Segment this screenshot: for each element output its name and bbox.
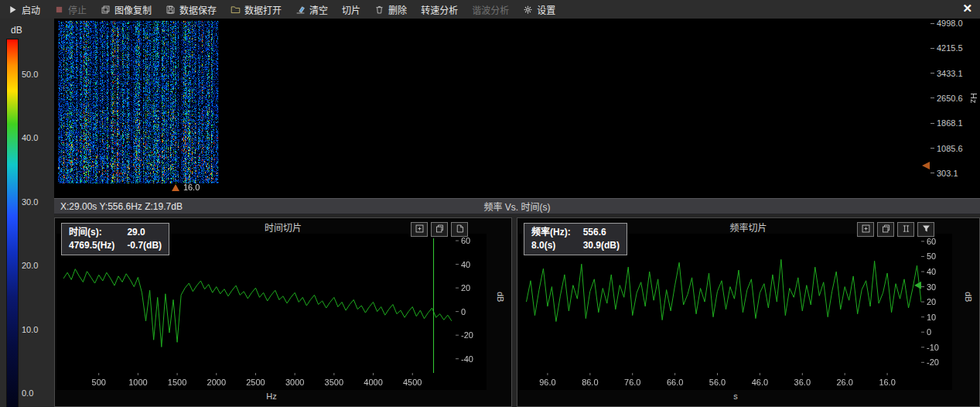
time-slice-toolbar bbox=[411, 222, 468, 237]
toolbar: 启动停止图像复制数据保存数据打开清空切片删除转速分析谐波分析设置 ✕ bbox=[0, 0, 980, 19]
toolbar-label: 图像复制 bbox=[114, 3, 152, 16]
colorbar-ticks: 50.040.030.020.010.00.0 bbox=[22, 70, 38, 398]
funnel-icon bbox=[921, 223, 931, 237]
freq-slice-tooltip-db: 30.9(dB) bbox=[583, 239, 620, 252]
frequency-axis-tick: 303.1 bbox=[930, 169, 963, 178]
colorbar-unit-label: dB bbox=[11, 25, 22, 36]
frequency-axis-tick: 1085.6 bbox=[930, 144, 963, 153]
page-button[interactable] bbox=[451, 222, 468, 237]
harmonic-analysis-button: 谐波分析 bbox=[472, 3, 509, 16]
colorbar-gradient bbox=[6, 39, 19, 407]
clear-icon bbox=[295, 5, 306, 15]
time-slice-tooltip: 时间(s): 29.0 4769.5(Hz) -0.7(dB) bbox=[61, 223, 169, 255]
toolbar-label: 谐波分析 bbox=[472, 3, 509, 16]
time-slice-tooltip-db: -0.7(dB) bbox=[127, 239, 162, 252]
toolbar-items: 启动停止图像复制数据保存数据打开清空切片删除转速分析谐波分析设置 bbox=[0, 0, 563, 19]
slice-button[interactable]: 切片 bbox=[342, 3, 360, 16]
time-slice-tooltip-value: 29.0 bbox=[127, 226, 162, 239]
stop-icon bbox=[54, 5, 64, 15]
frequency-axis-tick: 4215.5 bbox=[930, 43, 963, 53]
freq-slice-tooltip-value: 556.6 bbox=[583, 226, 620, 239]
freq-slice-tooltip-label: 频率(Hz): bbox=[531, 226, 571, 239]
speed-analysis-button[interactable]: 转速分析 bbox=[421, 3, 458, 16]
copy-doc-button[interactable] bbox=[877, 222, 894, 237]
freq-slice-tooltip: 频率(Hz): 556.6 8.0(s) 30.9(dB) bbox=[524, 223, 627, 255]
toolbar-label: 数据打开 bbox=[244, 3, 282, 16]
time-slice-panel: 时间切片 时间(s): 29.0 4769.5(Hz) -0.7(dB) Hz … bbox=[54, 217, 512, 407]
clear-button[interactable]: 清空 bbox=[295, 3, 328, 16]
colorbar-panel: dB 50.040.030.020.010.00.0 bbox=[0, 19, 54, 407]
time-slice-tooltip-label: 时间(s): bbox=[69, 226, 114, 239]
toolbar-label: 设置 bbox=[537, 3, 555, 16]
funnel-button[interactable] bbox=[917, 222, 934, 237]
delete-button[interactable]: 删除 bbox=[374, 3, 407, 16]
cursor-readout: X:29.00s Y:556.6Hz Z:19.7dB bbox=[60, 201, 183, 212]
spectrogram-canvas[interactable] bbox=[58, 21, 928, 183]
time-slice-tooltip-freq: 4769.5(Hz) bbox=[69, 239, 114, 252]
status-bar: X:29.00s Y:556.6Hz Z:19.7dB 频率 Vs. 时间(s) bbox=[54, 198, 980, 214]
colorbar-tick: 20.0 bbox=[22, 261, 38, 270]
add-view-button[interactable] bbox=[857, 222, 874, 237]
frequency-axis-tick: 1868.1 bbox=[930, 118, 963, 128]
toolbar-label: 删除 bbox=[388, 3, 407, 16]
freq-slice-chart[interactable] bbox=[519, 234, 952, 390]
copy-doc-button[interactable] bbox=[431, 222, 448, 237]
colorbar-tick: 50.0 bbox=[22, 70, 38, 79]
time-marker-label: 16.0 bbox=[183, 183, 200, 192]
start-button[interactable]: 启动 bbox=[8, 3, 40, 16]
frequency-axis-tick: 3433.1 bbox=[930, 69, 963, 78]
freq-slice-toolbar bbox=[857, 222, 934, 237]
settings-button[interactable]: 设置 bbox=[523, 3, 555, 16]
freq-slice-ylabel: dB bbox=[964, 292, 973, 302]
image-copy-icon bbox=[101, 5, 111, 15]
close-button[interactable]: ✕ bbox=[962, 2, 972, 15]
data-open-button[interactable]: 数据打开 bbox=[230, 3, 282, 16]
toolbar-label: 切片 bbox=[342, 3, 360, 16]
toolbar-label: 数据保存 bbox=[179, 3, 217, 16]
copy-doc-icon bbox=[435, 223, 445, 237]
stop-button: 停止 bbox=[54, 3, 87, 16]
copy-doc-icon bbox=[881, 223, 891, 237]
gear-icon bbox=[523, 5, 533, 15]
spectrogram-caption: 频率 Vs. 时间(s) bbox=[54, 200, 980, 213]
cursors-icon bbox=[901, 223, 911, 237]
time-marker-arrow[interactable] bbox=[172, 184, 179, 191]
time-slice-ylabel: dB bbox=[496, 292, 505, 302]
frequency-axis: 4998.04215.53433.12650.61868.11085.6303.… bbox=[930, 19, 963, 178]
toolbar-label: 转速分析 bbox=[421, 3, 458, 16]
open-folder-icon bbox=[230, 5, 241, 15]
frequency-axis-unit: Hz bbox=[969, 93, 978, 103]
colorbar-tick: 40.0 bbox=[22, 133, 38, 142]
image-copy-button[interactable]: 图像复制 bbox=[101, 3, 152, 16]
frequency-marker-arrow[interactable] bbox=[922, 162, 930, 169]
freq-slice-tooltip-time: 8.0(s) bbox=[531, 239, 571, 252]
freq-slice-xlabel: s bbox=[519, 392, 952, 401]
freq-slice-panel: 频率切片 频率(Hz): 556.6 8.0(s) 30.9(dB) s dB bbox=[517, 217, 980, 407]
toolbar-label: 清空 bbox=[309, 3, 328, 16]
colorbar-tick: 30.0 bbox=[22, 197, 38, 207]
spectrogram-panel: 4998.04215.53433.12650.61868.11085.6303.… bbox=[54, 19, 980, 198]
app-window: 启动停止图像复制数据保存数据打开清空切片删除转速分析谐波分析设置 ✕ dB 50… bbox=[0, 0, 980, 407]
frequency-axis-tick: 4998.0 bbox=[930, 19, 963, 28]
toolbar-label: 启动 bbox=[22, 3, 40, 16]
page-icon bbox=[455, 223, 465, 237]
delete-icon bbox=[374, 5, 384, 15]
colorbar-tick: 10.0 bbox=[22, 325, 38, 334]
add-view-button[interactable] bbox=[411, 222, 428, 237]
colorbar-tick: 0.0 bbox=[22, 388, 38, 398]
add-view-icon bbox=[861, 223, 871, 237]
play-icon bbox=[8, 5, 18, 15]
frequency-axis-tick: 2650.6 bbox=[930, 94, 963, 103]
data-save-button[interactable]: 数据保存 bbox=[166, 3, 217, 16]
add-view-icon bbox=[415, 223, 425, 237]
time-slice-xlabel: Hz bbox=[56, 392, 487, 401]
toolbar-label: 停止 bbox=[68, 3, 87, 16]
time-slice-chart[interactable] bbox=[56, 234, 487, 390]
save-icon bbox=[166, 5, 176, 15]
cursors-button[interactable] bbox=[897, 222, 914, 237]
